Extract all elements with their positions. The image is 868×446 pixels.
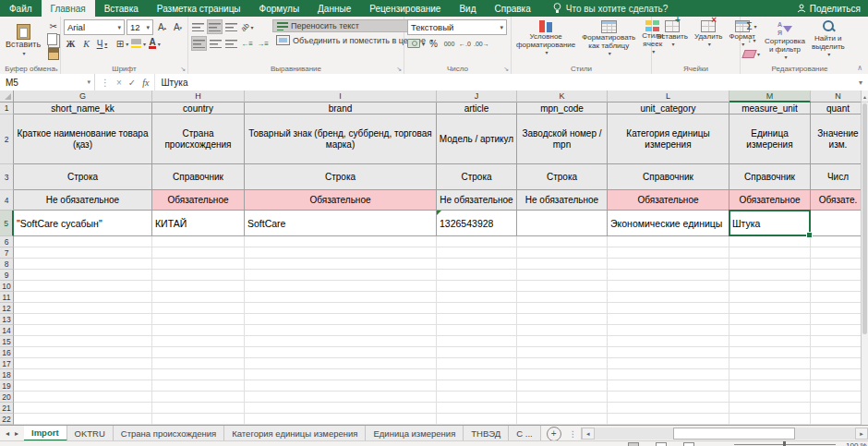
cell-G13[interactable]	[14, 314, 152, 325]
cell-K20[interactable]	[517, 392, 608, 403]
cell-J22[interactable]	[437, 414, 517, 425]
row-header-8[interactable]: 8	[0, 259, 14, 270]
cell-J7[interactable]	[437, 247, 517, 259]
cell-I16[interactable]	[245, 347, 437, 358]
cell-H9[interactable]	[152, 270, 245, 281]
cell-M8[interactable]	[729, 259, 811, 270]
cell-M20[interactable]	[729, 392, 811, 403]
cell-M2[interactable]: Единица измерения	[729, 115, 811, 164]
cell-H13[interactable]	[152, 314, 245, 325]
cell-H1[interactable]: country	[152, 102, 245, 115]
column-header-G[interactable]: G	[14, 90, 152, 102]
cell-L20[interactable]	[608, 392, 729, 403]
cell-N20[interactable]	[811, 392, 866, 403]
ribbon-tab-0[interactable]: Файл	[0, 0, 42, 17]
cell-M17[interactable]	[729, 358, 811, 369]
cell-G17[interactable]	[14, 358, 152, 369]
cell-L7[interactable]	[608, 247, 729, 259]
cell-H12[interactable]	[152, 303, 245, 314]
cell-N9[interactable]	[811, 270, 866, 281]
cell-J6[interactable]	[437, 236, 517, 247]
row-header-11[interactable]: 11	[0, 292, 14, 303]
cell-N22[interactable]	[811, 414, 866, 425]
cell-G10[interactable]	[14, 281, 152, 292]
number-dialog-launcher[interactable]: ↘	[503, 66, 509, 73]
cell-L18[interactable]	[608, 369, 729, 380]
enter-button[interactable]: ✓	[128, 78, 136, 88]
column-header-L[interactable]: L	[608, 90, 729, 102]
tell-me-box[interactable]: Что вы хотите сделать?	[553, 0, 669, 17]
cell-G9[interactable]	[14, 270, 152, 281]
cell-N21[interactable]	[811, 403, 866, 414]
accounting-format-button[interactable]	[407, 37, 425, 50]
cell-K16[interactable]	[517, 347, 608, 358]
cell-K14[interactable]	[517, 325, 608, 336]
cell-M16[interactable]	[729, 347, 811, 358]
vertical-scrollbar[interactable]: ▴	[861, 90, 868, 425]
cell-M14[interactable]	[729, 325, 811, 336]
cell-J15[interactable]	[437, 336, 517, 347]
fill-color-button[interactable]	[131, 37, 146, 50]
cell-H15[interactable]	[152, 336, 245, 347]
ribbon-tab-4[interactable]: Формулы	[250, 0, 309, 17]
cell-J14[interactable]	[437, 325, 517, 336]
find-select-button[interactable]: Найти и выделить	[810, 19, 847, 63]
cell-H11[interactable]	[152, 292, 245, 303]
cell-G19[interactable]	[14, 380, 152, 392]
orientation-button[interactable]: ab	[240, 20, 254, 33]
sheet-tab-6[interactable]: С ...	[509, 426, 540, 441]
collapse-ribbon-button[interactable]: ∧	[857, 64, 862, 72]
cut-button[interactable]: ✂	[46, 19, 60, 32]
cell-J20[interactable]	[437, 392, 517, 403]
cell-K12[interactable]	[517, 303, 608, 314]
normal-view-button[interactable]	[628, 442, 639, 446]
cell-J18[interactable]	[437, 369, 517, 380]
cell-I1[interactable]: brand	[245, 102, 437, 115]
sheet-tab-2[interactable]: Страна происхождения	[114, 426, 224, 441]
row-header-2[interactable]: 2	[0, 115, 14, 164]
increase-decimal-button[interactable]: ←.0	[458, 37, 472, 50]
cell-N17[interactable]	[811, 358, 866, 369]
cell-I2[interactable]: Товарный знак (бренд, суббренд, торговая…	[245, 115, 437, 164]
cell-N16[interactable]	[811, 347, 866, 358]
cell-L17[interactable]	[608, 358, 729, 369]
cell-N7[interactable]	[811, 247, 866, 259]
row-header-16[interactable]: 16	[0, 347, 14, 358]
cell-M4[interactable]: Обязательное	[729, 190, 811, 211]
decrease-decimal-button[interactable]: .00→	[474, 37, 489, 50]
autosum-button[interactable]: Σ	[743, 19, 760, 32]
cell-I13[interactable]	[245, 314, 437, 325]
name-box[interactable]: M5 ▾	[0, 74, 95, 90]
row-header-4[interactable]: 4	[0, 190, 14, 211]
decrease-indent-button[interactable]: ←≡	[240, 37, 254, 50]
cell-L14[interactable]	[608, 325, 729, 336]
row-header-20[interactable]: 20	[0, 392, 14, 403]
cell-H20[interactable]	[152, 392, 245, 403]
cell-J12[interactable]	[437, 303, 517, 314]
cell-J21[interactable]	[437, 403, 517, 414]
font-size-combo[interactable]: 12	[127, 19, 153, 35]
cell-J8[interactable]	[437, 259, 517, 270]
alignment-dialog-launcher[interactable]: ↘	[396, 66, 402, 73]
cell-J10[interactable]	[437, 281, 517, 292]
select-all-corner[interactable]	[0, 90, 14, 102]
underline-button[interactable]: Ч	[95, 37, 109, 50]
row-header-13[interactable]: 13	[0, 314, 14, 325]
cell-H3[interactable]: Справочник	[152, 164, 245, 190]
cell-M6[interactable]	[729, 236, 811, 247]
column-header-N[interactable]: N	[811, 90, 866, 102]
ribbon-tab-8[interactable]: Справка	[486, 0, 540, 17]
cell-L22[interactable]	[608, 414, 729, 425]
cell-H2[interactable]: Страна происхождения	[152, 115, 245, 164]
align-left-button[interactable]	[191, 36, 207, 51]
cell-K2[interactable]: Заводской номер / mpn	[517, 115, 608, 164]
cell-I3[interactable]: Строка	[245, 164, 437, 190]
column-header-H[interactable]: H	[152, 90, 245, 102]
cell-G11[interactable]	[14, 292, 152, 303]
ribbon-tab-1[interactable]: Главная	[42, 0, 95, 17]
cell-I21[interactable]	[245, 403, 437, 414]
cell-K15[interactable]	[517, 336, 608, 347]
cell-L9[interactable]	[608, 270, 729, 281]
align-center-button[interactable]	[209, 37, 223, 50]
cell-K7[interactable]	[517, 247, 608, 259]
